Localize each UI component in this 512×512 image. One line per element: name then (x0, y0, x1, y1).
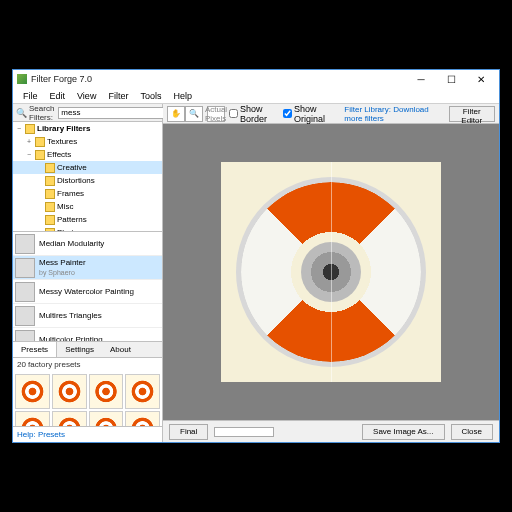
preset-thumb[interactable] (15, 411, 50, 426)
main-toolbar: ✋ 🔍 Actual Pixels Show Border Show Origi… (163, 104, 499, 124)
preset-thumb[interactable] (125, 411, 160, 426)
download-filters-link[interactable]: Filter Library: Download more filters (344, 105, 444, 123)
minimize-button[interactable]: ─ (407, 71, 435, 87)
menu-edit[interactable]: Edit (44, 88, 72, 103)
filter-item[interactable]: Mess Painterby Sphaero (13, 256, 162, 280)
tab-presets[interactable]: Presets (13, 342, 57, 357)
tree-distortions[interactable]: Distortions (13, 174, 162, 187)
preset-thumb[interactable] (125, 374, 160, 409)
close-button-bottom[interactable]: Close (451, 424, 493, 440)
preset-thumb[interactable] (89, 374, 124, 409)
zoom-tool-button[interactable]: 🔍 (185, 106, 203, 122)
filter-item[interactable]: Multires Triangles (13, 304, 162, 328)
tree-library-filters[interactable]: −Library Filters (13, 122, 162, 135)
show-border-checkbox[interactable]: Show Border (229, 104, 279, 124)
bottom-bar: Final Save Image As... Close (163, 420, 499, 442)
preset-grid (13, 372, 162, 426)
filter-item[interactable]: Messy Watercolor Painting (13, 280, 162, 304)
preset-count: 20 factory presets (13, 358, 162, 372)
preset-thumb[interactable] (52, 374, 87, 409)
preset-thumb[interactable] (52, 411, 87, 426)
search-input[interactable] (58, 107, 169, 119)
tree-effects[interactable]: −Effects (13, 148, 162, 161)
tree-misc[interactable]: Misc (13, 200, 162, 213)
split-divider[interactable] (331, 162, 332, 382)
show-original-checkbox[interactable]: Show Original (283, 104, 336, 124)
preset-thumb[interactable] (15, 374, 50, 409)
menu-view[interactable]: View (71, 88, 102, 103)
render-progress (214, 427, 274, 437)
tab-about[interactable]: About (102, 342, 139, 357)
app-window: Filter Forge 7.0 ─ ☐ ✕ File Edit View Fi… (12, 69, 500, 443)
filter-editor-button[interactable]: Filter Editor (449, 106, 495, 122)
filter-item[interactable]: Multicolor Printing (13, 328, 162, 342)
filter-list: Median Modularity Mess Painterby Sphaero… (13, 232, 162, 342)
main-area: ✋ 🔍 Actual Pixels Show Border Show Origi… (163, 104, 499, 442)
tab-settings[interactable]: Settings (57, 342, 102, 357)
search-icon: 🔍 (16, 107, 27, 119)
menubar: File Edit View Filter Tools Help (13, 88, 499, 104)
preview-canvas[interactable] (163, 124, 499, 420)
app-icon (17, 74, 27, 84)
tree-creative[interactable]: Creative (13, 161, 162, 174)
menu-file[interactable]: File (17, 88, 44, 103)
filter-item[interactable]: Median Modularity (13, 232, 162, 256)
menu-tools[interactable]: Tools (134, 88, 167, 103)
actual-pixels-button[interactable]: Actual Pixels (207, 106, 225, 122)
help-presets-link[interactable]: Help: Presets (13, 426, 162, 442)
filter-tree: −Library Filters +Textures −Effects Crea… (13, 122, 162, 232)
preview-image (221, 162, 441, 382)
tree-patterns[interactable]: Patterns (13, 213, 162, 226)
window-title: Filter Forge 7.0 (31, 74, 407, 84)
left-panel: 🔍 Search Filters: −Library Filters +Text… (13, 104, 163, 442)
menu-help[interactable]: Help (167, 88, 198, 103)
tree-frames[interactable]: Frames (13, 187, 162, 200)
menu-filter[interactable]: Filter (102, 88, 134, 103)
search-bar: 🔍 Search Filters: (13, 104, 162, 122)
preset-tabs: Presets Settings About (13, 342, 162, 358)
preset-thumb[interactable] (89, 411, 124, 426)
titlebar: Filter Forge 7.0 ─ ☐ ✕ (13, 70, 499, 88)
save-image-button[interactable]: Save Image As... (362, 424, 444, 440)
search-label: Search Filters: (29, 104, 54, 122)
maximize-button[interactable]: ☐ (437, 71, 465, 87)
hand-tool-button[interactable]: ✋ (167, 106, 185, 122)
tree-textures[interactable]: +Textures (13, 135, 162, 148)
close-button[interactable]: ✕ (467, 71, 495, 87)
final-button[interactable]: Final (169, 424, 208, 440)
